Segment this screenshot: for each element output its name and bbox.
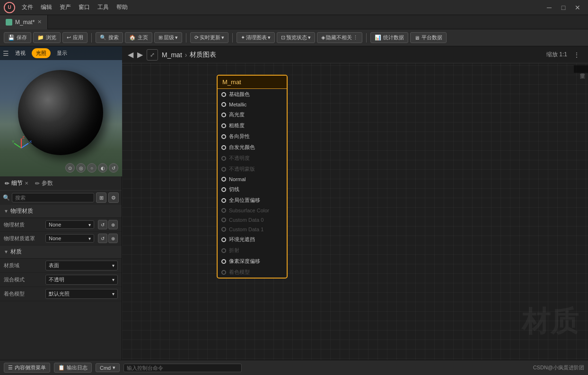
nav-back-button[interactable]: ◀	[128, 50, 133, 59]
search-button[interactable]: 🔍 搜索	[96, 32, 123, 43]
viewport-tab-lit[interactable]: 光照	[32, 48, 51, 58]
right-panel-label: 竖排文字	[574, 65, 588, 73]
layers-dropdown[interactable]: ⊞ 层级 ▾	[154, 32, 182, 43]
physics-material-actions: ↺ ⊕	[98, 220, 118, 229]
tab-detail[interactable]: ✏ 细节 ✕	[3, 178, 30, 188]
minimize-button[interactable]: ─	[543, 3, 556, 12]
save-button[interactable]: 💾 保存	[4, 32, 31, 43]
physics-material-select[interactable]: None ▾	[45, 220, 94, 229]
node-items-container: 基础颜色Metallic高光度粗糙度各向异性自发光颜色不透明度不透明蒙版Norm…	[218, 89, 287, 278]
node-item: Custom Data 0	[218, 215, 287, 225]
material-tab-close[interactable]: ✕	[37, 19, 42, 25]
svg-text:Y: Y	[12, 140, 15, 144]
hide-unrelated-dropdown[interactable]: ◈ 隐藏不相关 ⋮	[317, 32, 362, 43]
viewport-menu-icon[interactable]: ☰	[3, 50, 9, 57]
node-item-label: 高光度	[229, 111, 245, 118]
content-sidebar-button[interactable]: ☰ 内容侧滑菜单	[4, 363, 50, 373]
physics-material-mask-select[interactable]: None ▾	[45, 234, 94, 243]
browse-button[interactable]: 📁 浏览	[33, 32, 61, 43]
physics-material-action-1[interactable]: ↺	[98, 220, 107, 229]
physics-material-section[interactable]: ▼ 物理材质	[0, 205, 122, 218]
grid-settings-button[interactable]: ⋮	[571, 49, 582, 61]
layers-arrow-icon: ▾	[175, 35, 178, 41]
cmd-dropdown[interactable]: Cmd ▾	[96, 363, 120, 372]
hide-unrelated-icon: ◈	[321, 35, 325, 41]
platform-button[interactable]: 🖥 平台数据	[410, 32, 447, 43]
viewport-ctrl-4[interactable]: ◐	[98, 163, 107, 173]
viewport-toolbar: ☰ 透视 光照 显示	[0, 46, 122, 60]
hide-unrelated-more-icon: ⋮	[353, 35, 358, 41]
filter-icon-btn[interactable]: ⊞	[96, 192, 106, 203]
canvas-area[interactable]: ◀ ▶ ⤢ M_mat › 材质图表 缩放 1:1 ⋮ M_mat 基础颜色Me…	[122, 46, 588, 360]
realtime-arrow-icon: ▾	[221, 35, 224, 41]
viewport-ctrl-2[interactable]: ◎	[76, 163, 86, 173]
stats-button[interactable]: 📊 统计数据	[370, 32, 408, 43]
home-button[interactable]: 🏠 主页	[125, 32, 152, 43]
node-item-label: 像素深度偏移	[229, 258, 260, 265]
physics-material-mask-action-2[interactable]: ⊕	[108, 234, 118, 243]
node-item-label: 不透明度	[229, 155, 250, 162]
menu-asset[interactable]: 资产	[57, 2, 74, 12]
shading-model-value: 默认光照 ▾	[45, 289, 118, 299]
settings-icon-btn[interactable]: ⚙	[108, 192, 119, 203]
node-item-label: 环境光遮挡	[229, 236, 255, 243]
search-input[interactable]	[12, 193, 94, 202]
cmd-input[interactable]	[123, 364, 242, 372]
node-pin-icon	[221, 237, 226, 242]
log-icon: 📋	[58, 365, 65, 371]
pencil-icon: ✏	[5, 180, 9, 187]
layers-icon: ⊞	[158, 35, 163, 41]
node-item: 全局位置偏移	[218, 195, 287, 206]
viewport-tab-display[interactable]: 显示	[53, 48, 71, 58]
tab-params[interactable]: ✏ 参数	[33, 178, 55, 188]
menu-tools[interactable]: 工具	[95, 2, 112, 12]
preview-state-icon: ⊡	[281, 35, 285, 41]
output-log-button[interactable]: 📋 输出日志	[54, 363, 92, 373]
physics-material-mask-action-1[interactable]: ↺	[98, 234, 107, 243]
material-domain-select[interactable]: 表面 ▾	[45, 261, 118, 270]
menu-file[interactable]: 文件	[19, 2, 36, 12]
viewport-ctrl-3[interactable]: ○	[87, 163, 97, 173]
breadcrumb-path: M_mat › 材质图表	[162, 51, 216, 59]
menu-window[interactable]: 窗口	[76, 2, 93, 12]
maximize-button[interactable]: □	[557, 3, 570, 12]
search-icon: 🔍	[100, 35, 106, 41]
home-icon: 🏠	[129, 35, 136, 41]
viewport-ctrl-1[interactable]: ⊙	[65, 163, 75, 173]
shading-model-select[interactable]: 默认光照 ▾	[45, 289, 118, 299]
menu-edit[interactable]: 编辑	[38, 2, 55, 12]
expand-view-button[interactable]: ⤢	[147, 49, 158, 61]
viewport[interactable]: ☰ 透视 光照 显示 X Y Z ⊙ ◎ ○ ◐ ↺	[0, 46, 122, 176]
blend-mode-select[interactable]: 不透明 ▾	[45, 275, 118, 285]
material-tab-label: M_mat*	[15, 19, 35, 26]
realtime-dropdown[interactable]: ⟳ 实时更新 ▾	[190, 32, 228, 43]
viewport-tab-perspective[interactable]: 透视	[11, 48, 30, 58]
physics-material-mask-value: None ▾	[45, 234, 94, 243]
svg-line-0	[21, 143, 28, 148]
menu-help[interactable]: 帮助	[114, 2, 131, 12]
close-button[interactable]: ✕	[571, 3, 584, 12]
node-item: Metallic	[218, 100, 287, 109]
material-tab[interactable]: M_mat* ✕	[0, 15, 48, 29]
material-section[interactable]: ▼ 材质	[0, 245, 122, 259]
apply-button[interactable]: ↩ 应用	[62, 32, 88, 43]
node-item-label: 着色模型	[229, 269, 250, 276]
material-domain-arrow: ▾	[112, 263, 114, 268]
viewport-ctrl-5[interactable]: ↺	[109, 163, 118, 173]
clear-graph-label: 清理图表	[246, 34, 267, 41]
material-section-label: 材质	[10, 248, 22, 256]
toolbar-separator-3	[232, 33, 233, 43]
bottombar: ☰ 内容侧滑菜单 📋 输出日志 Cmd ▾ CSDN@小疯蛋进阶团	[0, 360, 588, 375]
shading-model-row: 着色模型 默认光照 ▾	[0, 287, 122, 301]
node-item-label: 各向异性	[229, 133, 250, 140]
breadcrumb-node-name[interactable]: M_mat	[162, 51, 182, 59]
material-node[interactable]: M_mat 基础颜色Metallic高光度粗糙度各向异性自发光颜色不透明度不透明…	[217, 75, 288, 279]
clear-graph-dropdown[interactable]: ✦ 清理图表 ▾	[237, 32, 275, 43]
preview-state-dropdown[interactable]: ⊡ 预览状态 ▾	[277, 32, 315, 43]
blend-mode-arrow: ▾	[112, 277, 114, 282]
physics-material-action-2[interactable]: ⊕	[108, 220, 118, 229]
tab-detail-close[interactable]: ✕	[25, 181, 28, 186]
node-pin-icon	[221, 113, 226, 117]
nav-forward-button[interactable]: ▶	[137, 50, 143, 59]
physics-material-prop-label: 物理材质	[4, 221, 42, 228]
